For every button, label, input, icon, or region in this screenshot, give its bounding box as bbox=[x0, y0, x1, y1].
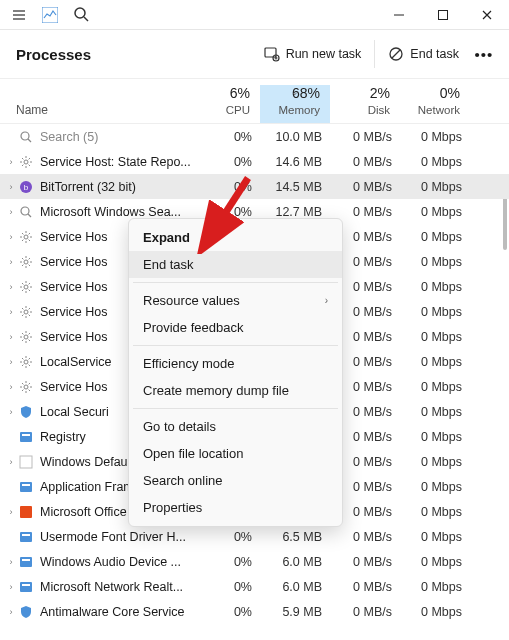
cell-disk: 0 MB/s bbox=[332, 130, 402, 144]
process-icon bbox=[18, 479, 34, 495]
svg-point-21 bbox=[24, 360, 28, 364]
process-row[interactable]: ›bBitTorrent (32 bit)0%14.5 MB0 MB/s0 Mb… bbox=[0, 174, 509, 199]
process-icon bbox=[18, 254, 34, 270]
svg-point-22 bbox=[24, 385, 28, 389]
expand-chevron-icon[interactable]: › bbox=[0, 232, 18, 242]
cell-network: 0 Mbps bbox=[402, 255, 472, 269]
ctx-efficiency-mode[interactable]: Efficiency mode bbox=[129, 350, 342, 377]
ctx-resource-values[interactable]: Resource values› bbox=[129, 287, 342, 314]
cell-network: 0 Mbps bbox=[402, 230, 472, 244]
ctx-properties[interactable]: Properties bbox=[129, 494, 342, 521]
svg-line-2 bbox=[84, 17, 88, 21]
ctx-open-file-location[interactable]: Open file location bbox=[129, 440, 342, 467]
ctx-provide-feedback[interactable]: Provide feedback bbox=[129, 314, 342, 341]
column-headers: Name 6% CPU ⌄ 68% Memory 2% Disk 0% Netw… bbox=[0, 79, 509, 124]
cell-memory: 12.7 MB bbox=[262, 205, 332, 219]
ctx-go-to-details[interactable]: Go to details bbox=[129, 413, 342, 440]
cell-cpu: 0% bbox=[192, 605, 262, 619]
svg-line-8 bbox=[392, 50, 400, 58]
process-name: Service Host: State Repo... bbox=[40, 155, 192, 169]
cell-memory: 6.0 MB bbox=[262, 580, 332, 594]
cell-network: 0 Mbps bbox=[402, 505, 472, 519]
window-minimize-button[interactable] bbox=[377, 0, 421, 30]
header-divider bbox=[374, 40, 375, 68]
process-icon bbox=[18, 304, 34, 320]
process-name: Usermode Font Driver H... bbox=[40, 530, 192, 544]
cell-network: 0 Mbps bbox=[402, 155, 472, 169]
process-row[interactable]: ›Service Host: State Repo...0%14.6 MB0 M… bbox=[0, 149, 509, 174]
cell-disk: 0 MB/s bbox=[332, 555, 402, 569]
expand-chevron-icon[interactable]: › bbox=[0, 282, 18, 292]
process-row[interactable]: Usermode Font Driver H...0%6.5 MB0 MB/s0… bbox=[0, 524, 509, 549]
cell-network: 0 Mbps bbox=[402, 355, 472, 369]
end-task-button[interactable]: End task bbox=[378, 40, 469, 68]
column-header-cpu[interactable]: 6% CPU bbox=[190, 85, 260, 123]
expand-chevron-icon[interactable]: › bbox=[0, 357, 18, 367]
cell-memory: 10.0 MB bbox=[262, 130, 332, 144]
expand-chevron-icon[interactable]: › bbox=[0, 332, 18, 342]
process-row[interactable]: ›Antimalware Core Service0%5.9 MB0 MB/s0… bbox=[0, 599, 509, 624]
cell-memory: 14.5 MB bbox=[262, 180, 332, 194]
search-icon[interactable] bbox=[72, 6, 90, 24]
svg-point-19 bbox=[24, 310, 28, 314]
cell-network: 0 Mbps bbox=[402, 430, 472, 444]
process-row[interactable]: ›Microsoft Network Realt...0%6.0 MB0 MB/… bbox=[0, 574, 509, 599]
ctx-create-dump[interactable]: Create memory dump file bbox=[129, 377, 342, 404]
ctx-separator bbox=[133, 345, 338, 346]
context-menu: Expand End task Resource values› Provide… bbox=[128, 218, 343, 527]
cell-network: 0 Mbps bbox=[402, 305, 472, 319]
expand-chevron-icon[interactable]: › bbox=[0, 557, 18, 567]
process-icon bbox=[18, 354, 34, 370]
ctx-search-online[interactable]: Search online bbox=[129, 467, 342, 494]
svg-rect-32 bbox=[22, 559, 30, 561]
process-icon bbox=[18, 129, 34, 145]
ctx-end-task[interactable]: End task bbox=[129, 251, 342, 278]
run-new-task-button[interactable]: Run new task bbox=[254, 40, 372, 68]
expand-chevron-icon[interactable]: › bbox=[0, 582, 18, 592]
svg-rect-27 bbox=[22, 484, 30, 486]
process-icon bbox=[18, 454, 34, 470]
column-header-memory[interactable]: ⌄ 68% Memory bbox=[260, 85, 330, 123]
page-header: Processes Run new task End task ••• bbox=[0, 30, 509, 79]
svg-point-20 bbox=[24, 335, 28, 339]
svg-point-9 bbox=[21, 132, 29, 140]
svg-rect-24 bbox=[22, 434, 30, 436]
svg-line-10 bbox=[28, 139, 31, 142]
cell-disk: 0 MB/s bbox=[332, 205, 402, 219]
expand-chevron-icon[interactable]: › bbox=[0, 182, 18, 192]
expand-chevron-icon[interactable]: › bbox=[0, 382, 18, 392]
cell-disk: 0 MB/s bbox=[332, 530, 402, 544]
expand-chevron-icon[interactable]: › bbox=[0, 457, 18, 467]
expand-chevron-icon[interactable]: › bbox=[0, 157, 18, 167]
expand-chevron-icon[interactable]: › bbox=[0, 257, 18, 267]
expand-chevron-icon[interactable]: › bbox=[0, 207, 18, 217]
window-close-button[interactable] bbox=[465, 0, 509, 30]
process-icon bbox=[18, 204, 34, 220]
cell-cpu: 0% bbox=[192, 180, 262, 194]
svg-rect-30 bbox=[22, 534, 30, 536]
expand-chevron-icon[interactable]: › bbox=[0, 407, 18, 417]
column-header-name[interactable]: Name bbox=[0, 103, 190, 123]
hamburger-icon[interactable] bbox=[10, 6, 28, 24]
run-new-task-label: Run new task bbox=[286, 47, 362, 61]
expand-chevron-icon[interactable]: › bbox=[0, 307, 18, 317]
expand-chevron-icon[interactable]: › bbox=[0, 607, 18, 617]
process-name: BitTorrent (32 bit) bbox=[40, 180, 192, 194]
process-name: Microsoft Network Realt... bbox=[40, 580, 192, 594]
svg-point-16 bbox=[24, 235, 28, 239]
svg-point-11 bbox=[24, 160, 28, 164]
expand-chevron-icon[interactable]: › bbox=[0, 507, 18, 517]
column-header-disk[interactable]: 2% Disk bbox=[330, 85, 400, 123]
window-maximize-button[interactable] bbox=[421, 0, 465, 30]
ctx-expand[interactable]: Expand bbox=[129, 224, 342, 251]
cell-disk: 0 MB/s bbox=[332, 180, 402, 194]
column-header-network[interactable]: 0% Network bbox=[400, 85, 470, 123]
process-icon bbox=[18, 379, 34, 395]
process-row[interactable]: ›Windows Audio Device ...0%6.0 MB0 MB/s0… bbox=[0, 549, 509, 574]
process-icon bbox=[18, 579, 34, 595]
process-row[interactable]: Search (5)0%10.0 MB0 MB/s0 Mbps bbox=[0, 124, 509, 149]
more-actions-button[interactable]: ••• bbox=[469, 46, 499, 63]
process-icon: b bbox=[18, 179, 34, 195]
process-icon bbox=[18, 154, 34, 170]
process-name: Windows Audio Device ... bbox=[40, 555, 192, 569]
